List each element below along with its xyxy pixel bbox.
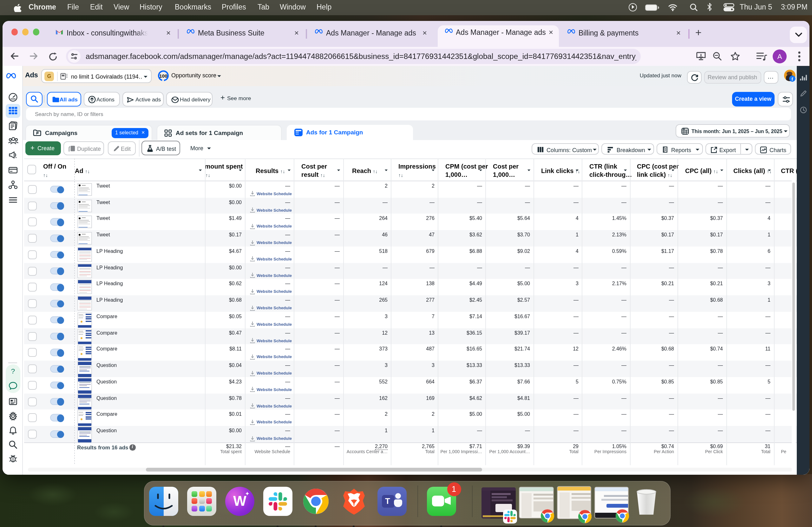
svg-text:100: 100 — [159, 73, 167, 79]
svg-text:?: ? — [11, 367, 15, 375]
